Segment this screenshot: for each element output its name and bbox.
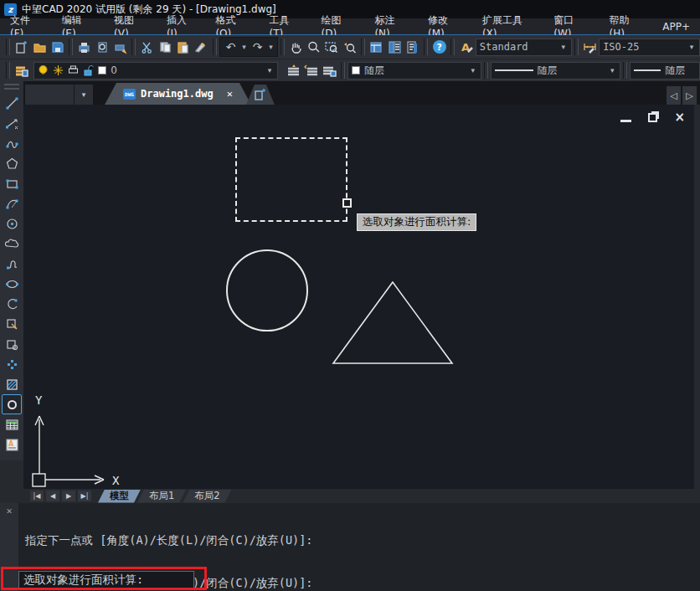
pan-icon[interactable]	[287, 38, 305, 56]
make-current-layer-icon[interactable]	[285, 61, 302, 80]
mtext-tool[interactable]: A	[2, 434, 22, 455]
menu-bar: 文件(F) 编辑(E) 视图(V) 插入(I) 格式(O) 工具(T) 绘图(D…	[0, 18, 700, 35]
combo-dropdown-icon[interactable]: ▾	[608, 66, 616, 75]
command-panel-close-icon[interactable]: ✕	[0, 505, 18, 516]
triangle-entity[interactable]	[332, 280, 454, 365]
redo-button[interactable]: ↷	[249, 38, 267, 56]
xline-tool[interactable]	[2, 113, 22, 133]
plot-button[interactable]	[111, 38, 129, 56]
rectangle-tool[interactable]	[2, 173, 22, 193]
standard-toolbar: ↶ ▾ ↷ ▾ ? A Standard ▾ ISO-25 ▾	[0, 35, 700, 59]
color-combo[interactable]: 随层 ▾	[347, 62, 481, 80]
toolbar-separator	[574, 39, 579, 55]
last-layout-icon[interactable]: ▶|	[78, 491, 91, 501]
hatch-tool[interactable]	[2, 374, 22, 394]
toolbar-grip[interactable]	[4, 84, 19, 90]
zoom-realtime-icon[interactable]	[305, 38, 322, 56]
command-input[interactable]: 选取对象进行面积计算:	[18, 571, 194, 588]
open-file-button[interactable]	[30, 38, 48, 56]
tab-close-icon[interactable]: ✕	[227, 88, 233, 100]
tab-model[interactable]: 模型	[98, 490, 141, 503]
tab-scroll-right-icon[interactable]: ▷	[682, 86, 697, 105]
undo-button[interactable]: ↶	[222, 38, 240, 56]
point-tool[interactable]	[2, 354, 22, 374]
vertical-scrollbar[interactable]	[694, 105, 700, 490]
print-button[interactable]	[75, 38, 93, 56]
layer-manager-icon[interactable]	[13, 61, 30, 80]
design-center-icon[interactable]	[368, 38, 385, 56]
next-layout-icon[interactable]: ▶	[62, 491, 75, 501]
line-tool[interactable]	[2, 93, 22, 113]
toolbar-separator	[69, 39, 73, 55]
layout-nav-buttons: |◀ ◀ ▶ ▶|	[30, 491, 91, 501]
undo-dropdown-icon[interactable]: ▾	[240, 43, 249, 51]
minimize-icon[interactable]	[620, 120, 631, 122]
circle-tool[interactable]	[2, 213, 22, 234]
spline-tool[interactable]	[2, 254, 22, 274]
combo-dropdown-icon[interactable]: ▾	[559, 43, 568, 51]
dim-style-combo[interactable]: ISO-25 ▾	[599, 39, 700, 56]
layer-color-swatch	[98, 66, 106, 75]
paste-button[interactable]	[174, 38, 192, 56]
cut-icon[interactable]	[138, 38, 156, 56]
document-tab-label: Drawing1.dwg	[141, 88, 214, 100]
new-tab-button[interactable]	[246, 85, 275, 105]
combo-dropdown-icon[interactable]: ▾	[687, 43, 696, 51]
polyline-tool[interactable]	[2, 133, 22, 153]
layer-unlock-icon[interactable]	[83, 64, 94, 76]
copy-button[interactable]	[157, 38, 174, 56]
layer-combo[interactable]: 0 ▾	[33, 62, 278, 80]
zoom-window-icon[interactable]	[322, 38, 340, 56]
first-layout-icon[interactable]: |◀	[30, 491, 44, 501]
zwcad-window: z 中望CAD 2020 试用版 (剩余 29 天) - [Drawing1.d…	[0, 0, 700, 591]
cursor-tooltip: 选取对象进行面积计算:	[357, 213, 476, 231]
tool-palettes-icon[interactable]	[385, 38, 403, 56]
dim-style-icon	[581, 38, 599, 56]
donut-tool[interactable]	[2, 394, 22, 414]
mdi-window-controls: ×	[620, 111, 685, 123]
print-preview-button[interactable]	[93, 38, 111, 56]
text-style-combo[interactable]: Standard ▾	[476, 39, 572, 56]
arc-tool[interactable]	[2, 193, 22, 213]
ellipse-arc-tool[interactable]	[2, 294, 22, 314]
layer-freeze-icon[interactable]	[53, 64, 64, 76]
layer-name: 0	[111, 64, 117, 76]
drawing-canvas[interactable]: × 选取对象进行面积计算: Y X	[23, 105, 700, 490]
ellipse-tool[interactable]	[2, 274, 22, 294]
document-tab-drawing1[interactable]: DWG Drawing1.dwg ✕	[105, 83, 251, 105]
dashed-selection-rectangle[interactable]	[235, 137, 347, 222]
tab-layout2[interactable]: 布局2	[183, 490, 231, 503]
layer-states-icon[interactable]	[321, 61, 338, 80]
restore-icon[interactable]	[648, 113, 657, 122]
close-icon[interactable]: ×	[674, 113, 685, 122]
make-block-tool[interactable]	[2, 334, 22, 354]
combo-dropdown-icon[interactable]: ▾	[469, 66, 477, 75]
help-icon[interactable]: ?	[430, 38, 448, 56]
save-button[interactable]	[49, 38, 66, 56]
zoom-previous-icon[interactable]	[341, 38, 358, 56]
combo-dropdown-icon[interactable]: ▾	[265, 66, 274, 75]
undo-redo-group: ↶ ▾ ↷ ▾	[219, 37, 278, 57]
prev-layout-icon[interactable]: ◀	[46, 491, 59, 501]
linetype-combo[interactable]: 随层 ▾	[491, 62, 621, 80]
properties-panel-icon[interactable]	[404, 38, 421, 56]
insert-block-tool[interactable]	[2, 314, 22, 334]
circle-entity[interactable]	[226, 249, 308, 331]
toolbar-separator	[341, 62, 345, 79]
tab-scroll-left-icon[interactable]: ◁	[667, 86, 681, 105]
revcloud-tool[interactable]	[2, 234, 22, 254]
new-file-button[interactable]	[13, 38, 30, 56]
table-tool[interactable]	[2, 414, 22, 434]
polygon-tool[interactable]	[2, 153, 22, 173]
match-properties-button[interactable]	[192, 38, 209, 56]
layer-on-icon[interactable]	[38, 64, 49, 76]
layer-plot-icon[interactable]	[68, 64, 79, 76]
layer-previous-icon[interactable]	[302, 61, 320, 80]
lineweight-combo[interactable]: 随层	[630, 62, 700, 80]
menu-app-plus[interactable]: APP+	[652, 19, 700, 34]
redo-dropdown-icon[interactable]: ▾	[267, 43, 275, 51]
tab-list-dropdown-icon[interactable]: ▾	[75, 85, 93, 105]
tab-layout1[interactable]: 布局1	[137, 490, 186, 503]
command-history-line: 指定下一点或 [角度(A)/长度(L)/闭合(C)/放弃(U)]:	[25, 533, 320, 547]
text-style-icon: A	[457, 38, 475, 56]
